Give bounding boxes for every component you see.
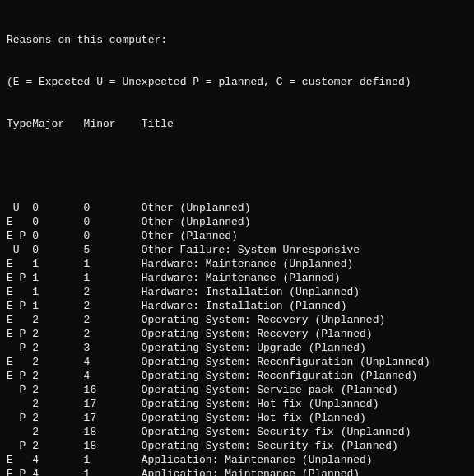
cell-major: 1 <box>32 257 83 271</box>
cell-minor: 2 <box>84 299 142 313</box>
cell-major: 0 <box>32 229 83 243</box>
reason-row: E P41Application: Maintenance (Planned) <box>7 467 467 476</box>
reason-row: E41Application: Maintenance (Unplanned) <box>7 453 467 467</box>
cell-title: Hardware: Installation (Unplanned) <box>142 285 360 299</box>
cell-minor: 18 <box>84 425 142 439</box>
cell-type: P <box>7 439 32 453</box>
cell-major: 2 <box>32 411 83 425</box>
col-header-title: Title <box>142 117 174 131</box>
cell-major: 4 <box>32 453 83 467</box>
reason-row: E P24Operating System: Reconfiguration (… <box>7 369 467 383</box>
cell-type: E <box>7 285 32 299</box>
terminal-output: Reasons on this computer: (E = Expected … <box>0 0 474 476</box>
cell-minor: 4 <box>84 369 142 383</box>
cell-title: Operating System: Security fix (Unplanne… <box>142 425 411 439</box>
cell-major: 2 <box>32 425 83 439</box>
cell-type: E <box>7 215 32 229</box>
cell-minor: 3 <box>84 341 142 355</box>
header-line-1: Reasons on this computer: <box>7 33 467 47</box>
cell-title: Other (Unplanned) <box>142 215 251 229</box>
cell-type: P <box>7 341 32 355</box>
cell-type: E P <box>7 299 32 313</box>
cell-major: 2 <box>32 383 83 397</box>
cell-type: E <box>7 257 32 271</box>
cell-title: Hardware: Installation (Planned) <box>142 299 347 313</box>
cell-minor: 0 <box>84 201 142 215</box>
cell-title: Operating System: Reconfiguration (Unpla… <box>142 355 430 369</box>
cell-type: P <box>7 411 32 425</box>
cell-minor: 0 <box>84 229 142 243</box>
reason-row: E P12Hardware: Installation (Planned) <box>7 299 467 313</box>
cell-type: E P <box>7 229 32 243</box>
header-text-2: (E = Expected U = Unexpected P = planned… <box>7 76 411 88</box>
reason-row: P217Operating System: Hot fix (Planned) <box>7 411 467 425</box>
cell-major: 4 <box>32 467 83 476</box>
cell-major: 0 <box>32 215 83 229</box>
cell-minor: 1 <box>84 453 142 467</box>
column-headers: TypeMajorMinorTitle <box>7 117 467 131</box>
cell-major: 0 <box>32 201 83 215</box>
reason-row: P218Operating System: Security fix (Plan… <box>7 439 467 453</box>
cell-title: Operating System: Recovery (Unplanned) <box>142 313 385 327</box>
cell-title: Operating System: Hot fix (Unplanned) <box>142 397 379 411</box>
cell-type: E P <box>7 467 32 476</box>
cell-type: E <box>7 453 32 467</box>
reason-row: E24Operating System: Reconfiguration (Un… <box>7 355 467 369</box>
cell-minor: 1 <box>84 467 142 476</box>
cell-major: 2 <box>32 327 83 341</box>
cell-type: E P <box>7 327 32 341</box>
cell-minor: 5 <box>84 243 142 257</box>
cell-minor: 1 <box>84 271 142 285</box>
cell-title: Other Failure: System Unresponsive <box>142 243 360 257</box>
header-line-2: (E = Expected U = Unexpected P = planned… <box>7 75 467 89</box>
cell-major: 2 <box>32 355 83 369</box>
reason-row: U05Other Failure: System Unresponsive <box>7 243 467 257</box>
reason-row: E12Hardware: Installation (Unplanned) <box>7 285 467 299</box>
cell-type: U <box>7 201 32 215</box>
col-header-major: Major <box>32 117 83 131</box>
cell-type: P <box>7 383 32 397</box>
cell-title: Hardware: Maintenance (Planned) <box>142 271 341 285</box>
reason-row: E P22Operating System: Recovery (Planned… <box>7 327 467 341</box>
reason-row: E00Other (Unplanned) <box>7 215 467 229</box>
cell-major: 2 <box>32 313 83 327</box>
cell-major: 1 <box>32 299 83 313</box>
reason-row: E P11Hardware: Maintenance (Planned) <box>7 271 467 285</box>
cell-title: Other (Planned) <box>142 229 238 243</box>
reason-row: 218Operating System: Security fix (Unpla… <box>7 425 467 439</box>
cell-major: 1 <box>32 271 83 285</box>
cell-minor: 0 <box>84 215 142 229</box>
cell-type: E <box>7 355 32 369</box>
cell-type: E <box>7 313 32 327</box>
col-header-type: Type <box>7 117 32 131</box>
cell-title: Operating System: Reconfiguration (Plann… <box>142 369 417 383</box>
cell-major: 1 <box>32 285 83 299</box>
cell-title: Application: Maintenance (Unplanned) <box>142 453 373 467</box>
cell-title: Application: Maintenance (Planned) <box>142 467 360 476</box>
cell-title: Operating System: Security fix (Planned) <box>142 439 398 453</box>
cell-major: 2 <box>32 341 83 355</box>
cell-minor: 1 <box>84 257 142 271</box>
reason-row: 217Operating System: Hot fix (Unplanned) <box>7 397 467 411</box>
cell-minor: 2 <box>84 327 142 341</box>
cell-title: Operating System: Recovery (Planned) <box>142 327 373 341</box>
cell-major: 2 <box>32 397 83 411</box>
cell-minor: 4 <box>84 355 142 369</box>
reason-row: E P00Other (Planned) <box>7 229 467 243</box>
cell-title: Operating System: Service pack (Planned) <box>142 383 398 397</box>
col-header-minor: Minor <box>84 117 142 131</box>
cell-major: 0 <box>32 243 83 257</box>
reason-row: E11Hardware: Maintenance (Unplanned) <box>7 257 467 271</box>
reason-row: P216Operating System: Service pack (Plan… <box>7 383 467 397</box>
cell-major: 2 <box>32 439 83 453</box>
reason-row: U00Other (Unplanned) <box>7 201 467 215</box>
cell-title: Operating System: Hot fix (Planned) <box>142 411 366 425</box>
cell-minor: 18 <box>84 439 142 453</box>
cell-type: U <box>7 243 32 257</box>
reason-rows: U00Other (Unplanned)E00Other (Unplanned)… <box>7 201 467 476</box>
cell-type: E P <box>7 271 32 285</box>
cell-type: E P <box>7 369 32 383</box>
cell-minor: 2 <box>84 313 142 327</box>
cell-minor: 17 <box>84 411 142 425</box>
reason-row: P23Operating System: Upgrade (Planned) <box>7 341 467 355</box>
